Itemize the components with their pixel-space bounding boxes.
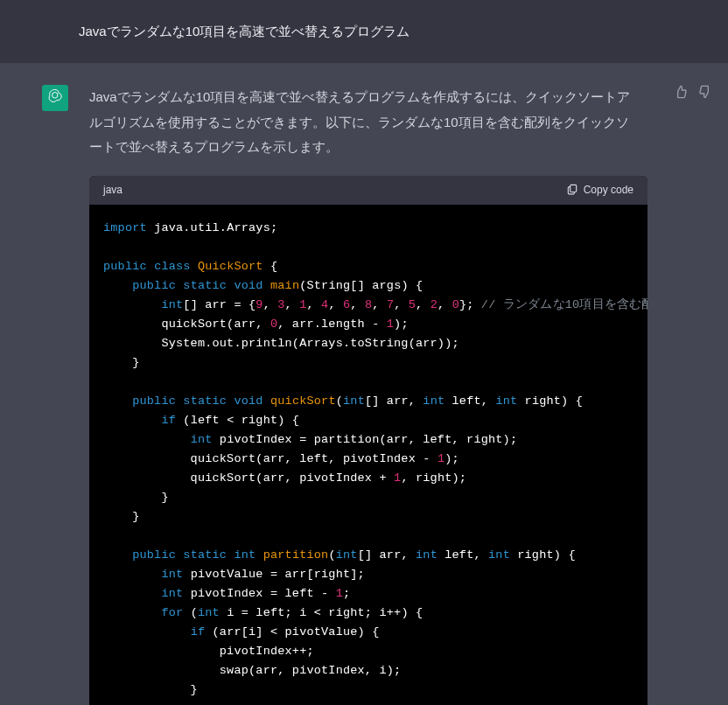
copy-code-button[interactable]: Copy code [566, 183, 634, 198]
thumbs-up-button[interactable] [672, 85, 690, 102]
user-message-row: Javaでランダムな10項目を高速で並べ替えるプログラム [0, 0, 728, 64]
code-content[interactable]: import java.util.Arrays; public class Qu… [89, 205, 648, 706]
openai-logo-icon [46, 87, 64, 108]
thumbs-up-icon [674, 85, 688, 102]
assistant-content: Javaでランダムな10項目を高速で並べ替えるプログラムを作成するには、クイック… [0, 85, 728, 705]
clipboard-icon [566, 183, 578, 198]
code-block: java Copy code import java.util.Arrays; … [89, 176, 648, 706]
svg-rect-0 [570, 185, 576, 192]
assistant-intro-text: Javaでランダムな10項目を高速で並べ替えるプログラムを作成するには、クイック… [89, 85, 648, 160]
assistant-message-body: Javaでランダムな10項目を高速で並べ替えるプログラムを作成するには、クイック… [89, 85, 648, 705]
code-language-label: java [103, 184, 122, 196]
user-message-text: Javaでランダムな10項目を高速で並べ替えるプログラム [42, 21, 410, 42]
assistant-avatar [42, 85, 68, 111]
thumbs-down-button[interactable] [696, 85, 714, 102]
code-header: java Copy code [89, 176, 648, 205]
feedback-buttons [672, 85, 714, 705]
thumbs-down-icon [698, 85, 712, 102]
assistant-message-row: Javaでランダムな10項目を高速で並べ替えるプログラムを作成するには、クイック… [0, 64, 728, 705]
user-content: Javaでランダムな10項目を高速で並べ替えるプログラム [0, 21, 728, 42]
copy-code-label: Copy code [584, 184, 634, 196]
